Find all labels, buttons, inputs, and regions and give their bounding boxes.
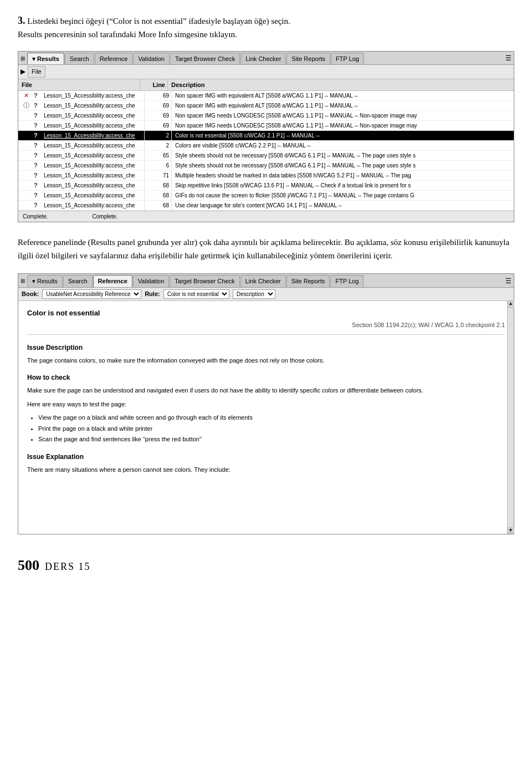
row-line: 69 bbox=[144, 111, 172, 120]
rule-select[interactable]: Color is not essential bbox=[163, 289, 229, 299]
row-desc: Color is not essential [S508 c/WCAG 2.1 … bbox=[172, 131, 514, 140]
row-question-icon: ? bbox=[34, 121, 42, 130]
panel2-tab-validation[interactable]: Validation bbox=[133, 275, 170, 287]
row-question-icon: ? bbox=[34, 101, 42, 110]
panel1-tab-validation[interactable]: Validation bbox=[133, 53, 170, 65]
row-line: 6 bbox=[144, 161, 172, 170]
panel1-rows: ✕ ? Lesson_15_Accessibility:access_che 6… bbox=[18, 91, 514, 211]
row-desc: Multiple headers should be marked in dat… bbox=[172, 171, 514, 180]
step-text2: ifadesiyle başlayan öğe) seçin. bbox=[187, 17, 290, 26]
row-question-icon: ? bbox=[34, 161, 42, 170]
panel1-tab-site[interactable]: Site Reports bbox=[287, 53, 330, 65]
panel1-screenshot: ⊞ ▾ Results Search Reference Validation … bbox=[18, 51, 514, 223]
desc-select[interactable]: Description bbox=[233, 289, 275, 299]
row-line: 68 bbox=[144, 201, 172, 210]
panel1-tab-results[interactable]: ▾ Results bbox=[27, 53, 64, 65]
page-number: 500 bbox=[18, 554, 39, 576]
panel1-tab-target[interactable]: Target Browser Check bbox=[170, 53, 240, 65]
panel1-col-headers: File Line Description bbox=[18, 79, 514, 91]
book-select[interactable]: UsableNet Accessibility Reference bbox=[42, 289, 141, 299]
scrollbar-down-button[interactable]: ▼ bbox=[508, 527, 514, 534]
row-desc: Use clear language for site's content [W… bbox=[172, 201, 514, 210]
panel1-play-icon[interactable]: ▶ bbox=[21, 67, 25, 77]
status-complete-1: Complete. bbox=[23, 212, 48, 221]
step-quote: “Color is not essential” bbox=[109, 17, 187, 26]
table-row[interactable]: ? Lesson_15_Accessibility:access_che 68 … bbox=[18, 201, 514, 211]
panel2-tab-site[interactable]: Site Reports bbox=[287, 275, 330, 287]
row-file: Lesson_15_Accessibility:access_che bbox=[42, 121, 144, 130]
row-file: Lesson_15_Accessibility:access_che bbox=[42, 191, 144, 200]
panel2-tab-results[interactable]: ▾ Results bbox=[27, 275, 63, 287]
panel1-grid-icon: ⊞ bbox=[21, 54, 25, 63]
table-row[interactable]: ⓘ ? Lesson_15_Accessibility:access_che 6… bbox=[18, 101, 514, 111]
panel2-menu-icon[interactable]: ☰ bbox=[505, 276, 511, 286]
table-row[interactable]: ✕ ? Lesson_15_Accessibility:access_che 6… bbox=[18, 91, 514, 101]
table-row[interactable]: ? Lesson_15_Accessibility:access_che 2 C… bbox=[18, 141, 514, 151]
row-desc: Non spacer IMG with equivalent ALT [S508… bbox=[172, 91, 514, 100]
table-row[interactable]: ? Lesson_15_Accessibility:access_che 6 S… bbox=[18, 161, 514, 171]
step-text1: Listedeki beşinci öğeyi ( bbox=[27, 17, 109, 26]
how-to-check-heading: How to check bbox=[27, 373, 505, 383]
row-line: 69 bbox=[144, 121, 172, 130]
row-desc: Skip repetitive links [S508 o/WCAG 13.6 … bbox=[172, 181, 514, 190]
panel2-grid-icon: ⊞ bbox=[21, 277, 25, 285]
scrollbar-up-button[interactable]: ▲ bbox=[508, 301, 514, 308]
ref-subtitle: Section 508 1194.22(c); WAI / WCAG 1.0 c… bbox=[27, 320, 505, 335]
row-question-icon: ? bbox=[34, 141, 42, 150]
body-text: Reference panelinde (Results panel grubu… bbox=[18, 236, 514, 262]
table-row[interactable]: ? Lesson_15_Accessibility:access_che 68 … bbox=[18, 181, 514, 191]
panel1-file-btn[interactable]: File bbox=[28, 66, 45, 78]
row-file: Lesson_15_Accessibility:access_che bbox=[42, 141, 144, 150]
panel1-status: Complete. Complete. bbox=[18, 211, 514, 222]
body-para1: Reference panelinde (Results panel grubu… bbox=[18, 238, 509, 260]
panel2-tab-link[interactable]: Link Checker bbox=[241, 275, 286, 287]
row-error-icon: ✕ bbox=[18, 91, 34, 100]
panel2-tab-ftp[interactable]: FTP Log bbox=[330, 275, 364, 287]
row-desc: Non spacer IMG with equivalent ALT [S508… bbox=[172, 101, 514, 110]
panel1-tab-ftp[interactable]: FTP Log bbox=[331, 53, 364, 65]
row-info-icon: ⓘ bbox=[18, 101, 34, 110]
row-question-icon: ? bbox=[34, 131, 42, 140]
how-to-check-list: View the page on a black and white scree… bbox=[27, 413, 505, 444]
step-heading: 3. Listedeki beşinci öğeyi (“Color is no… bbox=[18, 13, 514, 41]
panel1-tab-reference[interactable]: Reference bbox=[95, 53, 133, 65]
rule-label: Rule: bbox=[145, 289, 160, 299]
row-desc: Style sheets should not be necessary [S5… bbox=[172, 151, 514, 160]
list-item: View the page on a black and white scree… bbox=[38, 413, 505, 422]
row-file: Lesson_15_Accessibility:access_che bbox=[42, 131, 144, 140]
status-complete-2: Complete. bbox=[93, 212, 118, 221]
panel1-toolbar: ▶ File bbox=[18, 65, 514, 79]
row-question-icon: ? bbox=[34, 91, 42, 100]
row-line: 2 bbox=[144, 141, 172, 150]
scrollbar[interactable]: ▲ ▼ bbox=[507, 301, 514, 534]
row-desc: Colors are visible [S508 c/WCAG 2.2 P1] … bbox=[172, 141, 514, 150]
row-question-icon: ? bbox=[34, 181, 42, 190]
footer-label: DERS 15 bbox=[45, 559, 91, 574]
row-line: 2 bbox=[144, 131, 172, 140]
table-row-selected[interactable]: ? Lesson_15_Accessibility:access_che 2 C… bbox=[18, 131, 514, 141]
table-row[interactable]: ? Lesson_15_Accessibility:access_che 69 … bbox=[18, 121, 514, 131]
col-header-desc: Description bbox=[168, 79, 514, 91]
panel2-tab-reference[interactable]: Reference bbox=[93, 275, 132, 287]
row-file: Lesson_15_Accessibility:access_che bbox=[42, 201, 144, 210]
table-row[interactable]: ? Lesson_15_Accessibility:access_che 68 … bbox=[18, 191, 514, 201]
row-file: Lesson_15_Accessibility:access_che bbox=[42, 111, 144, 120]
panel1-tab-search[interactable]: Search bbox=[65, 53, 94, 65]
row-question-icon: ? bbox=[34, 111, 42, 120]
row-line: 68 bbox=[144, 181, 172, 190]
step-text3: Results penceresinin sol tarafındaki Mor… bbox=[18, 30, 237, 39]
panel1-menu-icon[interactable]: ☰ bbox=[505, 53, 511, 63]
row-desc: Non spacer IMG needs LONGDESC [S508 a/WC… bbox=[172, 121, 514, 130]
panel1-tab-link[interactable]: Link Checker bbox=[241, 53, 286, 65]
table-row[interactable]: ? Lesson_15_Accessibility:access_che 71 … bbox=[18, 171, 514, 181]
panel2-tab-target[interactable]: Target Browser Check bbox=[170, 275, 239, 287]
row-desc: Non spacer IMG needs LONGDESC [S508 a/WC… bbox=[172, 111, 514, 120]
col-header-line: Line bbox=[140, 79, 168, 91]
table-row[interactable]: ? Lesson_15_Accessibility:access_che 65 … bbox=[18, 151, 514, 161]
row-file: Lesson_15_Accessibility:access_che bbox=[42, 91, 144, 100]
row-file: Lesson_15_Accessibility:access_che bbox=[42, 151, 144, 160]
how-to-check-list-intro: Here are easy ways to test the page: bbox=[27, 400, 505, 409]
table-row[interactable]: ? Lesson_15_Accessibility:access_che 69 … bbox=[18, 111, 514, 121]
panel2-tab-search[interactable]: Search bbox=[63, 275, 93, 287]
panel1-tabs: ⊞ ▾ Results Search Reference Validation … bbox=[18, 52, 514, 65]
